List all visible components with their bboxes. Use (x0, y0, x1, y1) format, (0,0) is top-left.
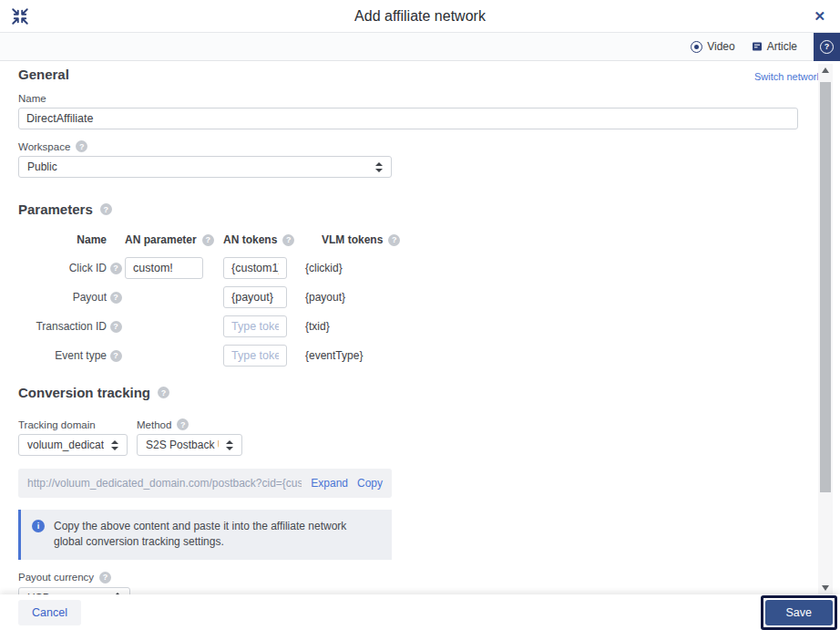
workspace-select[interactable]: Public (18, 156, 392, 178)
method-label: Method (137, 419, 171, 430)
click-id-an-token-input[interactable] (223, 257, 287, 279)
click-id-an-parameter-input[interactable] (125, 257, 203, 279)
info-banner: i Copy the above content and paste it in… (18, 510, 392, 560)
section-conversion-heading: Conversion tracking (18, 385, 150, 400)
tracking-domain-select[interactable]: voluum_dedicat... (18, 434, 128, 456)
help-icon: ? (820, 40, 834, 54)
event-type-an-token-input[interactable] (223, 345, 287, 367)
col-vlm-tokens: VLM tokens (322, 233, 383, 246)
event-type-vlm-token: {eventType} (305, 349, 822, 362)
modal-header: Add affiliate network ✕ (0, 0, 840, 33)
table-row-transaction-id: Transaction ID ? {txid} (18, 312, 822, 341)
method-select[interactable]: S2S Postback U... (137, 434, 242, 456)
payout-currency-question-icon[interactable]: ? (99, 572, 111, 584)
save-button-highlight-ring: Save (761, 595, 838, 630)
col-an-parameter: AN parameter (125, 233, 197, 246)
method-question-icon[interactable]: ? (177, 418, 189, 430)
payout-question-icon[interactable]: ? (110, 292, 122, 304)
close-icon[interactable]: ✕ (810, 7, 829, 25)
expand-link[interactable]: Expand (311, 477, 348, 490)
scrollbar[interactable] (818, 64, 833, 594)
conversion-question-icon[interactable]: ? (158, 387, 169, 398)
modal-footer: Cancel Save (0, 594, 840, 630)
an-parameter-question-icon[interactable]: ? (202, 234, 214, 246)
payout-currency-label: Payout currency (18, 572, 94, 583)
transaction-id-question-icon[interactable]: ? (110, 321, 122, 333)
payout-vlm-token: {payout} (305, 291, 822, 304)
an-tokens-question-icon[interactable]: ? (282, 234, 294, 246)
modal-body: General Switch network Name Workspace ? … (0, 67, 840, 599)
col-name: Name (18, 233, 107, 246)
event-type-question-icon[interactable]: ? (110, 350, 122, 362)
postback-url: http://voluum_dedicated_domain.com/postb… (27, 477, 302, 490)
click-id-vlm-token: {clickid} (305, 262, 822, 274)
parameters-question-icon[interactable]: ? (100, 203, 112, 215)
copy-link[interactable]: Copy (357, 477, 383, 490)
scrollbar-thumb[interactable] (820, 82, 831, 492)
workspace-label: Workspace (18, 141, 70, 152)
article-link[interactable]: Article (752, 40, 797, 53)
section-general-heading: General (18, 67, 69, 82)
save-button[interactable]: Save (765, 600, 834, 625)
vlm-tokens-question-icon[interactable]: ? (388, 234, 400, 246)
table-row-event-type: Event type ? {eventType} (18, 341, 822, 370)
parameters-table: Name AN parameter ? AN tokens ? VLM toke… (18, 230, 822, 370)
collapse-icon[interactable] (11, 7, 29, 26)
name-label: Name (18, 93, 822, 104)
article-icon (752, 41, 763, 52)
parameters-header-row: Name AN parameter ? AN tokens ? VLM toke… (18, 230, 822, 250)
select-spinner-icon (375, 162, 383, 172)
switch-network-link[interactable]: Switch network (754, 71, 822, 82)
scrollbar-down-arrow[interactable] (818, 582, 833, 594)
help-button[interactable]: ? (814, 33, 840, 61)
add-affiliate-network-modal: Add affiliate network ✕ Video Article ? … (0, 0, 840, 630)
scrollbar-up-arrow[interactable] (818, 64, 833, 77)
transaction-id-an-token-input[interactable] (223, 315, 287, 337)
triangle-up-icon (822, 67, 829, 73)
name-input[interactable] (18, 108, 798, 129)
triangle-down-icon (822, 585, 829, 591)
video-link[interactable]: Video (691, 40, 734, 53)
help-toolbar: Video Article ? (0, 33, 840, 61)
table-row-click-id: Click ID ? {clickid} (18, 253, 822, 283)
page-title: Add affiliate network (0, 8, 840, 25)
info-icon: i (32, 520, 45, 532)
cancel-button[interactable]: Cancel (18, 600, 81, 625)
payout-an-token-input[interactable] (223, 286, 287, 308)
postback-url-box: http://voluum_dedicated_domain.com/postb… (18, 469, 392, 498)
transaction-id-vlm-token: {txid} (305, 320, 822, 333)
section-parameters-heading: Parameters (18, 201, 93, 217)
col-an-tokens: AN tokens (223, 233, 277, 246)
table-row-payout: Payout ? {payout} (18, 283, 822, 312)
tracking-domain-label: Tracking domain (18, 418, 137, 430)
click-id-question-icon[interactable]: ? (110, 263, 122, 274)
select-spinner-icon (226, 440, 233, 450)
video-icon (691, 41, 702, 53)
workspace-question-icon[interactable]: ? (76, 140, 87, 152)
select-spinner-icon (111, 440, 118, 450)
info-text: Copy the above content and paste it into… (54, 519, 354, 551)
